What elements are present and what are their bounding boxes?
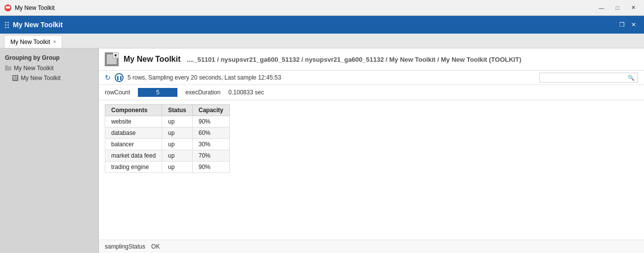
content-header: ▼ My New Toolkit ...._51101 / nysupsvr21… — [99, 48, 644, 71]
col-header-capacity[interactable]: Capacity — [192, 105, 229, 116]
svg-rect-6 — [13, 76, 15, 78]
restore-app-button[interactable]: ❐ — [616, 19, 627, 30]
content-title-area: My New Toolkit ...._51101 / nysupsvr21_g… — [124, 55, 521, 64]
title-bar: My New Toolkit — □ ✕ — [0, 0, 644, 16]
title-bar-controls: — □ ✕ — [595, 2, 640, 13]
search-icon: 🔍 — [628, 75, 635, 81]
close-app-button[interactable]: ✕ — [628, 19, 639, 30]
cell-capacity: 60% — [192, 127, 229, 139]
svg-rect-4 — [5, 65, 8, 67]
cell-status: up — [162, 162, 193, 173]
search-input[interactable] — [543, 74, 628, 81]
sidebar-item-my-new-toolkit-parent[interactable]: My New Toolkit — [0, 63, 98, 73]
data-section: Components Status Capacity websiteup90%d… — [99, 100, 644, 240]
data-table: Components Status Capacity websiteup90%d… — [105, 104, 230, 173]
content-area: ▼ My New Toolkit ...._51101 / nysupsvr21… — [99, 48, 644, 253]
col-header-components[interactable]: Components — [105, 105, 162, 116]
tab-label: My New Toolkit — [10, 39, 50, 45]
app-header-title: My New Toolkit — [13, 21, 63, 29]
footer-label: samplingStatus — [105, 243, 145, 250]
table-row[interactable]: trading engineup90% — [105, 162, 230, 173]
sidebar: Grouping by Group My New Toolkit My New … — [0, 48, 99, 253]
footer: samplingStatus OK — [99, 240, 644, 253]
sidebar-section-title: Grouping by Group — [0, 52, 98, 63]
sidebar-item-my-new-toolkit-child[interactable]: My New Toolkit — [0, 73, 98, 83]
drag-handle[interactable] — [5, 22, 9, 28]
folder-icon — [5, 65, 12, 72]
search-box[interactable]: 🔍 — [539, 73, 638, 83]
cell-component: database — [105, 127, 162, 139]
execduration-label: execDuration — [185, 89, 220, 96]
refresh-button[interactable]: ↻ — [105, 74, 111, 82]
svg-rect-7 — [16, 76, 17, 78]
window-title: My New Toolkit — [15, 4, 54, 11]
cell-capacity: 30% — [192, 139, 229, 150]
table-row[interactable]: market data feedup70% — [105, 150, 230, 162]
maximize-button[interactable]: □ — [610, 2, 624, 13]
cell-component: website — [105, 116, 162, 127]
cell-component: trading engine — [105, 162, 162, 173]
tab-my-new-toolkit[interactable]: My New Toolkit × — [4, 35, 62, 48]
table-row[interactable]: websiteup90% — [105, 116, 230, 127]
tab-close-button[interactable]: × — [53, 39, 56, 44]
status-text: 5 rows, Sampling every 20 seconds, Last … — [128, 74, 535, 81]
content-title: My New Toolkit — [124, 55, 180, 63]
execduration-value: 0.100833 sec — [228, 89, 264, 96]
table-row[interactable]: balancerup30% — [105, 139, 230, 150]
cell-component: balancer — [105, 139, 162, 150]
cell-status: up — [162, 139, 193, 150]
rowcount-value: 5 — [138, 88, 177, 97]
title-bar-left: My New Toolkit — [4, 4, 54, 12]
cell-capacity: 90% — [192, 116, 229, 127]
tab-bar: My New Toolkit × — [0, 34, 644, 48]
svg-rect-8 — [13, 79, 17, 80]
filter-badge: ▼ — [113, 52, 119, 58]
sidebar-item-label-child: My New Toolkit — [21, 75, 60, 82]
cell-status: up — [162, 127, 193, 139]
toolkit-icon: ▼ — [105, 52, 119, 66]
cell-status: up — [162, 116, 193, 127]
close-window-button[interactable]: ✕ — [626, 2, 640, 13]
cell-component: market data feed — [105, 150, 162, 162]
minimize-button[interactable]: — — [595, 2, 608, 13]
rowcount-label: rowCount — [105, 89, 130, 96]
component-icon — [12, 75, 19, 82]
cell-capacity: 70% — [192, 150, 229, 162]
app-header: My New Toolkit ❐ ✕ — [0, 16, 644, 34]
cell-capacity: 90% — [192, 162, 229, 173]
query-row: rowCount 5 execDuration 0.100833 sec — [99, 85, 644, 100]
pause-button[interactable]: ❚❚ — [115, 73, 124, 82]
app-header-controls: ❐ ✕ — [616, 19, 639, 30]
cell-status: up — [162, 150, 193, 162]
status-bar: ↻ ❚❚ 5 rows, Sampling every 20 seconds, … — [99, 71, 644, 85]
app-icon — [4, 4, 12, 12]
main-layout: Grouping by Group My New Toolkit My New … — [0, 48, 644, 253]
app-header-left: My New Toolkit — [5, 21, 63, 29]
breadcrumb: ...._51101 / nysupsvr21_ga600_51132 / ny… — [187, 56, 521, 63]
col-header-status[interactable]: Status — [162, 105, 193, 116]
svg-point-2 — [8, 6, 10, 8]
sidebar-item-label-parent: My New Toolkit — [14, 65, 53, 72]
table-row[interactable]: databaseup60% — [105, 127, 230, 139]
footer-value: OK — [151, 243, 160, 250]
